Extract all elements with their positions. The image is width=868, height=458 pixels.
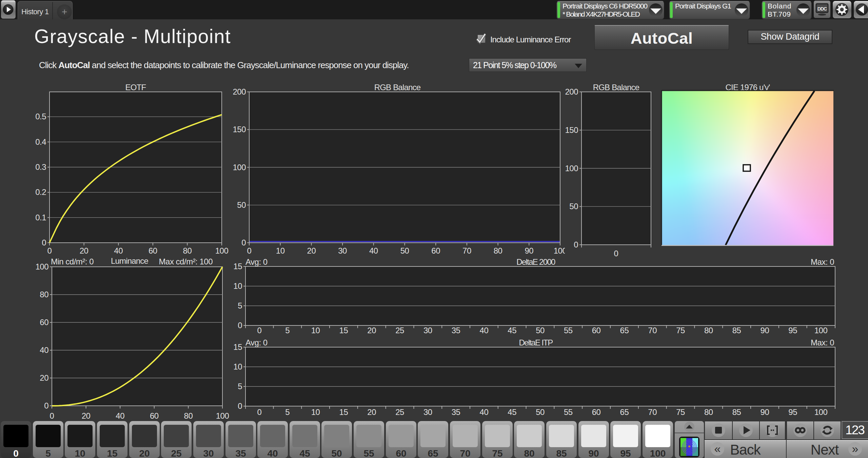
svg-text:0.1: 0.1: [35, 213, 46, 222]
svg-text:10: 10: [233, 362, 242, 371]
svg-text:150: 150: [565, 125, 578, 135]
svg-text:50: 50: [536, 407, 545, 417]
svg-text:55: 55: [564, 407, 573, 417]
svg-text:20: 20: [367, 326, 376, 335]
svg-text:20: 20: [82, 411, 91, 420]
svg-text:30: 30: [338, 246, 347, 255]
svg-text:35: 35: [452, 407, 460, 417]
svg-text:80: 80: [40, 290, 48, 299]
svg-text:60: 60: [431, 246, 440, 255]
svg-text:0.5: 0.5: [35, 112, 46, 121]
svg-text:90: 90: [761, 407, 769, 417]
svg-text:80: 80: [704, 326, 713, 335]
svg-text:65: 65: [620, 407, 629, 417]
svg-text:100: 100: [233, 163, 246, 172]
svg-text:75: 75: [676, 407, 685, 417]
svg-text:5: 5: [238, 382, 242, 391]
svg-text:Max: 0: Max: 0: [811, 257, 834, 266]
svg-text:RGB Balance: RGB Balance: [593, 83, 639, 92]
svg-text:0: 0: [574, 240, 578, 249]
svg-text:DeltaE 2000: DeltaE 2000: [516, 257, 555, 266]
svg-text:70: 70: [648, 407, 657, 417]
svg-text:10: 10: [276, 246, 285, 255]
svg-text:75: 75: [676, 326, 685, 335]
svg-text:5: 5: [285, 326, 290, 335]
svg-text:20: 20: [367, 407, 376, 417]
svg-text:20: 20: [307, 246, 316, 255]
svg-text:60: 60: [150, 411, 159, 420]
svg-text:200: 200: [565, 87, 578, 96]
svg-text:0: 0: [238, 401, 242, 411]
svg-text:10: 10: [311, 326, 320, 335]
svg-text:60: 60: [592, 326, 601, 335]
svg-text:Max: 0: Max: 0: [811, 338, 834, 347]
svg-text:30: 30: [423, 407, 432, 417]
svg-text:55: 55: [564, 326, 573, 335]
svg-text:0.4: 0.4: [35, 137, 46, 146]
svg-text:30: 30: [423, 326, 432, 335]
svg-text:100: 100: [216, 411, 229, 420]
svg-text:15: 15: [339, 326, 348, 335]
svg-text:45: 45: [508, 326, 516, 335]
svg-text:EOTF: EOTF: [125, 83, 146, 92]
svg-text:50: 50: [536, 326, 545, 335]
svg-text:0: 0: [247, 246, 252, 255]
svg-text:»: »: [852, 442, 859, 455]
svg-text:100: 100: [814, 407, 828, 417]
svg-text:40: 40: [480, 407, 489, 417]
svg-text:0.2: 0.2: [35, 187, 46, 197]
svg-text:0.3: 0.3: [35, 162, 46, 172]
svg-text:20: 20: [40, 373, 48, 382]
svg-text:40: 40: [480, 326, 489, 335]
svg-text:0: 0: [50, 411, 54, 420]
svg-text:45: 45: [508, 407, 516, 417]
svg-text:25: 25: [395, 407, 404, 417]
svg-text:80: 80: [704, 407, 713, 417]
svg-text:100: 100: [35, 262, 48, 271]
svg-text:90: 90: [761, 326, 769, 335]
svg-text:60: 60: [149, 246, 157, 255]
svg-text:10: 10: [311, 407, 320, 417]
svg-text:100: 100: [814, 326, 828, 335]
svg-text:50: 50: [400, 246, 409, 255]
svg-text:5: 5: [238, 301, 242, 310]
svg-text:40: 40: [114, 246, 123, 255]
svg-text:50: 50: [237, 200, 246, 210]
svg-text:80: 80: [494, 246, 502, 255]
svg-text:10: 10: [233, 281, 242, 291]
svg-text:Avg: 0: Avg: 0: [245, 338, 268, 347]
svg-text:0: 0: [238, 321, 242, 330]
svg-text:40: 40: [369, 246, 378, 255]
svg-text:40: 40: [40, 345, 48, 355]
svg-text:35: 35: [452, 326, 460, 335]
svg-text:DDC: DDC: [817, 6, 827, 12]
svg-text:0: 0: [47, 246, 52, 255]
svg-text:60: 60: [40, 318, 48, 327]
svg-text:80: 80: [183, 246, 192, 255]
svg-text:Avg: 0: Avg: 0: [245, 257, 268, 266]
svg-text:0: 0: [257, 326, 262, 335]
svg-text:95: 95: [788, 326, 797, 335]
svg-text:150: 150: [233, 125, 246, 134]
svg-text:60: 60: [592, 407, 601, 417]
svg-text:70: 70: [462, 246, 471, 255]
svg-text:85: 85: [732, 407, 741, 417]
svg-text:50: 50: [569, 202, 578, 211]
svg-text:Luminance: Luminance: [111, 256, 149, 265]
svg-text:15: 15: [339, 407, 348, 417]
svg-text:85: 85: [732, 326, 741, 335]
svg-text:100: 100: [215, 246, 229, 255]
svg-text:90: 90: [525, 246, 533, 255]
svg-text:0: 0: [44, 401, 48, 410]
svg-text:0: 0: [241, 238, 246, 247]
svg-text:25: 25: [395, 326, 404, 335]
svg-text:65: 65: [620, 326, 629, 335]
svg-text:Min cd/m²: 0: Min cd/m²: 0: [51, 257, 94, 266]
svg-text:Max cd/m²: 100: Max cd/m²: 100: [159, 257, 213, 266]
svg-text:0: 0: [257, 407, 262, 417]
svg-text:20: 20: [80, 246, 88, 255]
svg-text:5: 5: [285, 407, 290, 417]
svg-text:80: 80: [184, 411, 193, 420]
svg-text:200: 200: [233, 87, 246, 96]
svg-text:RGB Balance: RGB Balance: [374, 83, 421, 92]
